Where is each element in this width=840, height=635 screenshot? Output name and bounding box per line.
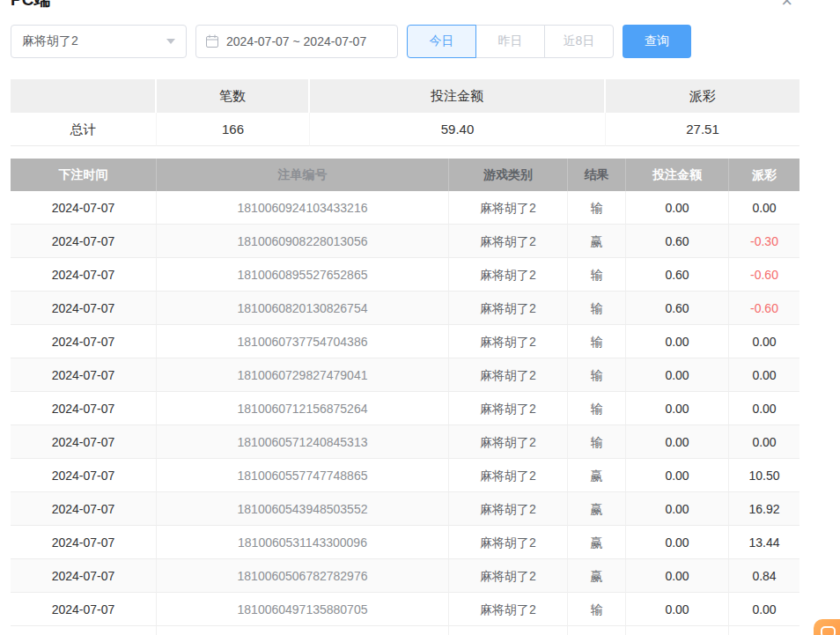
cell-bet-amount: 0.60 bbox=[626, 258, 729, 292]
header-bet-amount: 投注金额 bbox=[626, 159, 729, 191]
summary-total-payout: 27.51 bbox=[606, 113, 799, 146]
cell-payout: 0.00 bbox=[729, 593, 799, 626]
table-row: 2024-07-07 1810060895527652865 麻将胡了2 输 0… bbox=[11, 258, 799, 292]
table-row: 2024-07-07 1810060908228013056 麻将胡了2 赢 0… bbox=[11, 225, 799, 258]
chevron-down-icon bbox=[166, 39, 175, 44]
cell-bet-time: 2024-07-07 bbox=[11, 292, 157, 325]
cell-bet-time: 2024-07-07 bbox=[11, 258, 157, 292]
table-row: 2024-07-07 1810060506782782976 麻将胡了2 赢 0… bbox=[11, 559, 799, 593]
table-row: 2024-07-07 1810060571240845313 麻将胡了2 输 0… bbox=[11, 425, 799, 459]
summary-total-label: 总计 bbox=[11, 113, 157, 146]
summary-header-bet-amount: 投注金额 bbox=[310, 79, 606, 113]
cell-bet-time: 2024-07-07 bbox=[11, 526, 157, 559]
cell-bet-id: 1810060712156875264 bbox=[157, 392, 449, 425]
cell-bet-time: 2024-07-07 bbox=[11, 392, 157, 425]
cell-bet-time: 2024-07-07 bbox=[11, 459, 157, 492]
cell-game-type: 麻将胡了2 bbox=[449, 459, 568, 492]
today-button[interactable]: 今日 bbox=[407, 25, 476, 58]
cell-bet-id: 1810060543948503552 bbox=[157, 492, 449, 526]
cell-bet-time: 2024-07-07 bbox=[11, 191, 157, 225]
summary-header-count: 笔数 bbox=[157, 79, 310, 113]
cell-bet-amount: 0.00 bbox=[626, 526, 729, 559]
cell-bet-id: 1810060571240845313 bbox=[157, 425, 449, 459]
cell-game-type: 麻将胡了2 bbox=[449, 191, 568, 225]
cell-bet-time: 2024-07-07 bbox=[11, 593, 157, 626]
cell-payout: -0.60 bbox=[729, 292, 799, 325]
query-button[interactable]: 查询 bbox=[623, 25, 691, 58]
cell-bet-time: 2024-07-07 bbox=[11, 425, 157, 459]
cell-bet-amount: 0.00 bbox=[626, 325, 729, 358]
customer-service-widget[interactable] bbox=[814, 619, 840, 635]
cell-result: 输 bbox=[568, 258, 626, 292]
bets-table: 下注时间 注单编号 游戏类别 结果 投注金额 派彩 2024-07-07 181… bbox=[11, 159, 799, 635]
table-row: 2024-07-07 1810060729827479041 麻将胡了2 输 0… bbox=[11, 358, 799, 392]
header-bet-time: 下注时间 bbox=[11, 159, 157, 191]
cell-result: 输 bbox=[568, 425, 626, 459]
summary-table: 笔数 投注金额 派彩 总计 166 59.40 27.51 bbox=[11, 79, 799, 146]
cell-bet-amount: 0.00 bbox=[626, 559, 729, 593]
last-8-days-button[interactable]: 近8日 bbox=[544, 25, 614, 58]
cell-bet-amount: 0.00 bbox=[626, 593, 729, 626]
cell-bet-amount: 0.60 bbox=[626, 292, 729, 325]
cell-payout: -0.30 bbox=[729, 225, 799, 258]
cell-payout: 0.00 bbox=[729, 358, 799, 392]
cell-game-type: 麻将胡了2 bbox=[449, 225, 568, 258]
cell-bet-id: 1810060531143300096 bbox=[157, 526, 449, 559]
table-row: 2024-07-07 1810060497135880705 麻将胡了2 输 0… bbox=[11, 593, 799, 626]
date-range-value: 2024-07-07 ~ 2024-07-07 bbox=[226, 34, 366, 48]
cell-game-type: 麻将胡了2 bbox=[449, 425, 568, 459]
summary-total-count: 166 bbox=[157, 113, 310, 146]
quick-range-group: 今日 昨日 近8日 bbox=[407, 25, 614, 58]
table-row: 2024-07-07 1810060531143300096 麻将胡了2 赢 0… bbox=[11, 526, 799, 559]
cell-result: 输 bbox=[568, 392, 626, 425]
table-body: 2024-07-07 1810060924103433216 麻将胡了2 输 0… bbox=[11, 191, 799, 626]
summary-total-bet-amount: 59.40 bbox=[310, 113, 606, 146]
table-row: 2024-07-07 1810060557747748865 麻将胡了2 赢 0… bbox=[11, 459, 799, 492]
cell-bet-amount: 0.00 bbox=[626, 392, 729, 425]
cell-result: 输 bbox=[568, 593, 626, 626]
cell-bet-time: 2024-07-07 bbox=[11, 325, 157, 358]
header-result: 结果 bbox=[568, 159, 626, 191]
cell-bet-id: 1810060908228013056 bbox=[157, 225, 449, 258]
cell-game-type: 麻将胡了2 bbox=[449, 392, 568, 425]
cell-payout: 0.00 bbox=[729, 425, 799, 459]
game-select-value: 麻将胡了2 bbox=[22, 33, 78, 49]
cell-result: 输 bbox=[568, 191, 626, 225]
cell-game-type: 麻将胡了2 bbox=[449, 258, 568, 292]
game-select[interactable]: 麻将胡了2 bbox=[11, 25, 187, 58]
cell-bet-id: 1810060820130826754 bbox=[157, 292, 449, 325]
header-game-type: 游戏类别 bbox=[449, 159, 568, 191]
yesterday-button[interactable]: 昨日 bbox=[475, 25, 545, 58]
cell-payout: 13.44 bbox=[729, 526, 799, 559]
cell-payout: 10.50 bbox=[729, 459, 799, 492]
cell-bet-amount: 0.60 bbox=[626, 225, 729, 258]
summary-header-blank bbox=[11, 79, 157, 113]
table-row: 2024-07-07 1810060543948503552 麻将胡了2 赢 0… bbox=[11, 492, 799, 526]
cell-result: 输 bbox=[568, 358, 626, 392]
calendar-icon bbox=[205, 34, 219, 48]
cell-bet-id: 1810060924103433216 bbox=[157, 191, 449, 225]
cell-result: 输 bbox=[568, 325, 626, 358]
cell-bet-time: 2024-07-07 bbox=[11, 225, 157, 258]
cell-result: 赢 bbox=[568, 492, 626, 526]
header-bet-id: 注单编号 bbox=[157, 159, 449, 191]
cell-game-type: 麻将胡了2 bbox=[449, 559, 568, 593]
cell-bet-id: 1810060557747748865 bbox=[157, 459, 449, 492]
cell-game-type: 麻将胡了2 bbox=[449, 526, 568, 559]
cell-bet-time: 2024-07-07 bbox=[11, 358, 157, 392]
cell-bet-amount: 0.00 bbox=[626, 191, 729, 225]
cell-result: 赢 bbox=[568, 225, 626, 258]
cell-bet-amount: 0.00 bbox=[626, 358, 729, 392]
table-row-partial bbox=[11, 626, 799, 635]
close-icon[interactable]: × bbox=[781, 0, 792, 11]
cell-result: 赢 bbox=[568, 459, 626, 492]
cell-result: 赢 bbox=[568, 559, 626, 593]
cell-bet-id: 1810060729827479041 bbox=[157, 358, 449, 392]
table-row: 2024-07-07 1810060820130826754 麻将胡了2 输 0… bbox=[11, 292, 799, 325]
cell-result: 输 bbox=[568, 292, 626, 325]
summary-total-row: 总计 166 59.40 27.51 bbox=[11, 113, 799, 146]
date-range-picker[interactable]: 2024-07-07 ~ 2024-07-07 bbox=[195, 25, 398, 58]
cell-game-type: 麻将胡了2 bbox=[449, 358, 568, 392]
table-row: 2024-07-07 1810060924103433216 麻将胡了2 输 0… bbox=[11, 191, 799, 225]
cell-bet-time: 2024-07-07 bbox=[11, 559, 157, 593]
